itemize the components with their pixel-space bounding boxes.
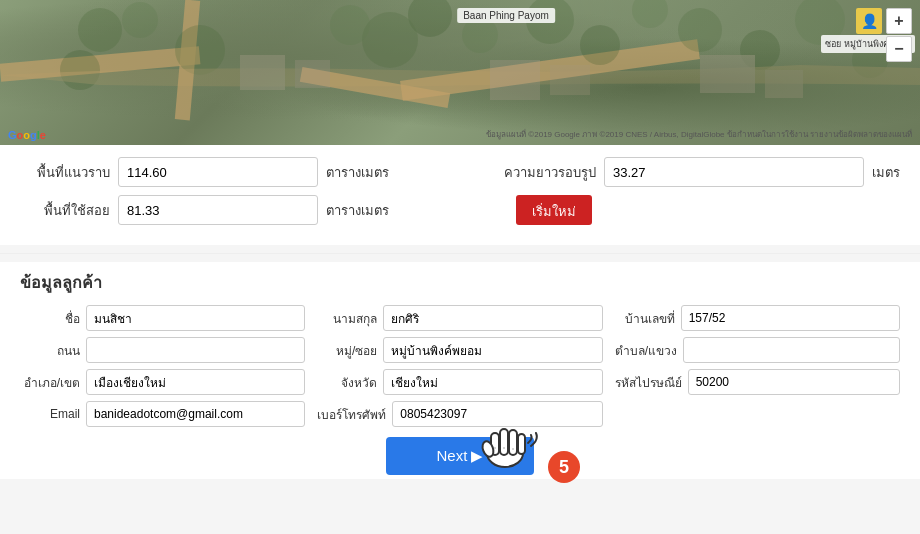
house-no-input[interactable] xyxy=(681,305,900,331)
subdistrict-row: อำเภอ/เขต xyxy=(20,369,305,395)
svg-rect-19 xyxy=(550,65,590,95)
email-label: Email xyxy=(20,407,80,421)
road-input[interactable] xyxy=(86,337,305,363)
zoom-out-button[interactable]: − xyxy=(886,36,912,62)
street-view-icon[interactable]: 👤 xyxy=(856,8,882,34)
map-zoom-controls: + − xyxy=(886,8,912,62)
district-row: ตำบล/แขวง xyxy=(615,337,900,363)
usable-unit: ตารางเมตร xyxy=(326,200,389,221)
usable-input[interactable] xyxy=(118,195,318,225)
area-perimeter-row: พื้นที่แนวราบ ตารางเมตร ความยาวรอบรูป เม… xyxy=(20,157,900,187)
road-row: ถนน xyxy=(20,337,305,363)
surname-label: นามสกุล xyxy=(317,309,377,328)
svg-point-2 xyxy=(122,2,158,38)
email-row: Email xyxy=(20,401,305,427)
district-label: ตำบล/แขวง xyxy=(615,341,677,360)
customer-section-title: ข้อมูลลูกค้า xyxy=(20,270,900,295)
google-logo: Google xyxy=(8,129,46,141)
house-no-label: บ้านเลขที่ xyxy=(615,309,675,328)
svg-point-1 xyxy=(78,8,122,52)
reset-button[interactable]: เริ่มใหม่ xyxy=(516,195,592,225)
usable-area-row: พื้นที่ใช้สอย ตารางเมตร เริ่มใหม่ xyxy=(20,195,900,225)
subdistrict-input[interactable] xyxy=(86,369,305,395)
surname-row: นามสกุล xyxy=(317,305,602,331)
postcode-label: รหัสไปรษณีย์ xyxy=(615,373,682,392)
village-label: หมู่/ซอย xyxy=(317,341,377,360)
phone-input[interactable] xyxy=(392,401,602,427)
area-input[interactable] xyxy=(118,157,318,187)
postcode-input[interactable] xyxy=(688,369,900,395)
zoom-in-button[interactable]: + xyxy=(886,8,912,34)
map-container: Baan Phing Payom ซอย หมู่บ้านพิงค์พยอม 👤… xyxy=(0,0,920,145)
svg-rect-21 xyxy=(765,70,803,98)
province-label: จังหวัด xyxy=(317,373,377,392)
map-attribution: ข้อมูลแผนที่ ©2019 Google ภาพ ©2019 CNES… xyxy=(486,128,912,141)
next-button-container: Next ▶ xyxy=(20,437,900,475)
village-row: หมู่/ซอย xyxy=(317,337,602,363)
customer-grid: ชื่อ นามสกุล บ้านเลขที่ ถนน หมู่/ซอย ตำบ… xyxy=(20,305,900,427)
name-row: ชื่อ xyxy=(20,305,305,331)
perimeter-input[interactable] xyxy=(604,157,864,187)
subdistrict-label: อำเภอ/เขต xyxy=(20,373,80,392)
postcode-row: รหัสไปรษณีย์ xyxy=(615,369,900,395)
house-no-row: บ้านเลขที่ xyxy=(615,305,900,331)
next-button[interactable]: Next ▶ xyxy=(386,437,533,475)
svg-rect-17 xyxy=(295,60,330,88)
surname-input[interactable] xyxy=(383,305,602,331)
province-input[interactable] xyxy=(383,369,602,395)
road-label: ถนน xyxy=(20,341,80,360)
district-input[interactable] xyxy=(683,337,900,363)
area-label: พื้นที่แนวราบ xyxy=(20,162,110,183)
map-place-label: Baan Phing Payom xyxy=(457,8,555,23)
empty-cell xyxy=(615,401,900,427)
usable-label: พื้นที่ใช้สอย xyxy=(20,200,110,221)
perimeter-unit: เมตร xyxy=(872,162,900,183)
section-divider xyxy=(0,253,920,254)
province-row: จังหวัด xyxy=(317,369,602,395)
village-input[interactable] xyxy=(383,337,602,363)
perimeter-label: ความยาวรอบรูป xyxy=(504,162,596,183)
customer-info-section: ข้อมูลลูกค้า ชื่อ นามสกุล บ้านเลขที่ ถนน… xyxy=(0,262,920,479)
phone-row: เบอร์โทรศัพท์ xyxy=(317,401,602,427)
area-unit: ตารางเมตร xyxy=(326,162,389,183)
step-number-badge: 5 xyxy=(548,451,580,483)
svg-point-3 xyxy=(175,25,225,75)
svg-point-12 xyxy=(678,8,722,52)
svg-rect-16 xyxy=(240,55,285,90)
phone-label: เบอร์โทรศัพท์ xyxy=(317,405,386,424)
email-input[interactable] xyxy=(86,401,305,427)
svg-rect-18 xyxy=(490,60,540,100)
svg-rect-20 xyxy=(700,55,755,93)
svg-point-11 xyxy=(632,0,668,28)
measurements-section: พื้นที่แนวราบ ตารางเมตร ความยาวรอบรูป เม… xyxy=(0,145,920,245)
svg-point-10 xyxy=(580,25,620,65)
name-input[interactable] xyxy=(86,305,305,331)
name-label: ชื่อ xyxy=(20,309,80,328)
